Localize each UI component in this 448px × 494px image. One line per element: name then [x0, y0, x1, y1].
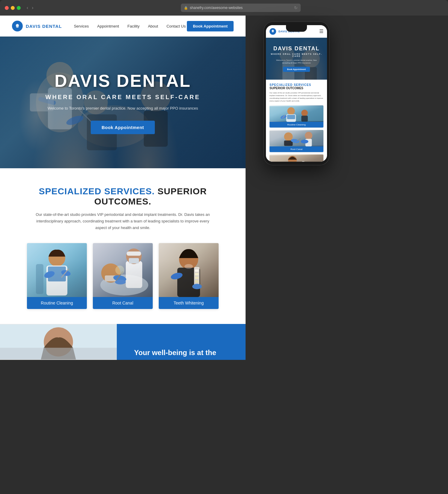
svg-point-23 — [101, 263, 120, 283]
mobile-root-illustration — [270, 130, 323, 146]
svg-point-41 — [192, 284, 202, 289]
svg-point-66 — [301, 140, 308, 143]
mobile-whitening-illustration — [270, 154, 323, 162]
traffic-light-green[interactable] — [17, 6, 21, 10]
svg-rect-40 — [195, 280, 199, 283]
mobile-hero-title: DAVIS DENTAL — [273, 46, 320, 52]
phone-outer: DAVIS DENTAL ☰ DAVIS DENTAL WHE — [264, 22, 329, 165]
svg-point-48 — [302, 50, 320, 68]
svg-rect-46 — [0, 348, 117, 360]
bottom-illustration — [0, 324, 117, 360]
service-card-routine[interactable]: Routine Cleaning — [27, 243, 87, 309]
svg-point-0 — [16, 24, 19, 27]
service-img-whitening — [159, 243, 219, 297]
phone-notch — [286, 25, 307, 32]
svg-rect-59 — [301, 116, 308, 122]
mobile-services-description: Our state-of-the-art studio provides VIP… — [270, 92, 323, 102]
svg-point-32 — [115, 266, 124, 275]
nav-link-appointment[interactable]: Appointment — [97, 24, 119, 28]
services-grid: Routine Cleaning — [12, 243, 234, 309]
mobile-service-card-routine[interactable]: Routine Cleaning — [270, 105, 323, 128]
mobile-service-label-routine: Routine Cleaning — [270, 122, 323, 128]
logo-area: DAVIS DENTAL — [12, 21, 62, 31]
mobile-services-title-blue: SPECIALIZED SERVICES — [270, 83, 311, 87]
svg-point-53 — [287, 107, 295, 115]
svg-rect-36 — [194, 267, 199, 285]
mobile-service-label-root: Root Canal — [270, 146, 323, 152]
hero-book-appointment-button[interactable]: Book Appointment — [91, 121, 155, 134]
svg-rect-52 — [270, 106, 323, 121]
phone-screen: DAVIS DENTAL ☰ DAVIS DENTAL WHE — [266, 25, 327, 162]
hero-subtitle: WHERE ORAL CARE MEETS SELF-CARE — [25, 94, 221, 101]
svg-point-22 — [100, 275, 148, 296]
service-label-routine: Routine Cleaning — [27, 297, 87, 309]
desktop-hero: DAVIS DENTAL WHERE ORAL CARE MEETS SELF-… — [0, 37, 246, 168]
traffic-light-yellow[interactable] — [11, 6, 15, 10]
hero-title: DAVIS DENTAL — [25, 71, 221, 91]
mobile-hero: DAVIS DENTAL WHERE ORAL CARE MEETS SELF-… — [266, 38, 327, 80]
svg-rect-38 — [195, 273, 199, 275]
svg-line-19 — [61, 269, 69, 278]
mobile-service-img-root — [270, 130, 323, 146]
service-card-whitening[interactable]: Teeth Whitening — [159, 243, 219, 309]
nav-link-facility[interactable]: Facility — [127, 24, 139, 28]
back-arrow[interactable]: ‹ — [25, 4, 29, 11]
desktop-nav-links: Services Appointment Facility About Cont… — [74, 24, 187, 28]
svg-point-17 — [43, 270, 56, 279]
services-description: Our state-of-the-art studio provides VIP… — [33, 211, 213, 231]
svg-point-43 — [170, 272, 183, 281]
mobile-hero-book-button[interactable]: Book Appointment — [283, 67, 310, 72]
bottom-left-image — [0, 324, 117, 360]
service-label-whitening: Teeth Whitening — [159, 297, 219, 309]
svg-rect-37 — [195, 269, 199, 272]
svg-rect-39 — [195, 277, 199, 279]
svg-rect-20 — [36, 264, 43, 294]
svg-rect-15 — [46, 266, 67, 296]
phone-mockup: DAVIS DENTAL ☰ DAVIS DENTAL WHE — [264, 22, 329, 165]
desktop-navbar: DAVIS DENTAL Services Appointment Facili… — [0, 16, 246, 37]
service-card-root[interactable]: Root Canal — [93, 243, 153, 309]
forward-arrow[interactable]: › — [31, 4, 34, 11]
desktop-logo-text: DAVIS DENTAL — [26, 24, 62, 29]
root-illustration — [93, 243, 153, 297]
svg-rect-60 — [270, 131, 323, 146]
mobile-hero-illustration — [266, 38, 327, 80]
svg-rect-27 — [129, 258, 139, 263]
logo-icon — [12, 21, 23, 31]
hero-content: DAVIS DENTAL WHERE ORAL CARE MEETS SELF-… — [25, 71, 221, 134]
hero-description: Welcome to Toronto's premier dental prac… — [25, 105, 221, 112]
svg-point-58 — [301, 110, 308, 116]
bottom-right-text: Your well-being is at the — [117, 324, 234, 360]
mobile-hero-subtitle: WHERE ORAL CARE MEETS SELF-CARE — [270, 53, 323, 57]
svg-rect-25 — [126, 261, 142, 288]
nav-arrows: ‹ › — [25, 4, 35, 11]
nav-link-about[interactable]: About — [148, 24, 158, 28]
traffic-lights — [5, 6, 21, 10]
nav-link-contact[interactable]: Contact Us — [167, 24, 186, 28]
whitening-illustration — [159, 243, 219, 297]
services-section: SPECIALIZED SERVICES. SUPERIOR OUTCOMES.… — [0, 168, 246, 324]
routine-illustration — [27, 243, 87, 297]
mobile-services-sub: SUPERIOR OUTCOMES — [270, 87, 323, 90]
mobile-services-section: SPECIALIZED SERVICES SUPERIOR OUTCOMES O… — [266, 80, 327, 162]
mobile-logo-icon — [270, 28, 276, 35]
svg-rect-16 — [48, 266, 66, 281]
service-label-root: Root Canal — [93, 297, 153, 309]
desktop-book-appointment-button[interactable]: Book Appointment — [187, 21, 234, 31]
mobile-service-img-whitening — [270, 154, 323, 162]
mobile-service-img-routine — [270, 105, 323, 122]
mobile-services-title: SPECIALIZED SERVICES — [270, 83, 323, 87]
mobile-service-card-whitening[interactable]: Teeth Whitening — [270, 154, 323, 162]
svg-line-31 — [116, 272, 123, 281]
mobile-menu-icon[interactable]: ☰ — [319, 28, 323, 34]
svg-rect-24 — [105, 275, 117, 281]
bottom-heading-text: Your well-being is at the — [134, 348, 216, 357]
address-bar[interactable]: 🔒 shanefry.com/awesome-websites ↻ — [181, 4, 301, 12]
services-title: SPECIALIZED SERVICES. SUPERIOR OUTCOMES. — [12, 186, 234, 207]
mobile-hero-description: Welcome to Toronto's premier dental prac… — [274, 59, 319, 64]
traffic-light-red[interactable] — [5, 6, 9, 10]
nav-link-services[interactable]: Services — [74, 24, 89, 28]
mobile-service-card-root[interactable]: Root Canal — [270, 130, 323, 152]
svg-rect-28 — [127, 251, 141, 256]
reload-icon[interactable]: ↻ — [294, 5, 298, 10]
